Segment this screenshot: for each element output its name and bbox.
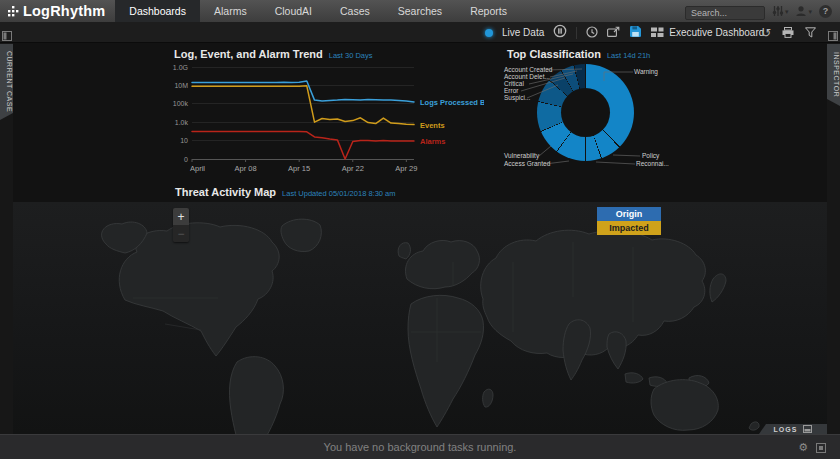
logo-text: LogRhythm [23, 3, 105, 19]
svg-text:April: April [190, 164, 205, 173]
donut-label: Policy [642, 152, 659, 159]
tab-label: Dashboards [129, 5, 186, 17]
donut-label: Warning [634, 68, 658, 75]
tab-label: Alarms [214, 5, 247, 17]
logo-dots-icon [8, 5, 19, 18]
zoom-in-button[interactable]: + [173, 208, 189, 225]
expand-logs-icon [803, 425, 812, 433]
dashboard-toolbar: Live Data [0, 22, 840, 43]
svg-text:Apr 22: Apr 22 [342, 164, 364, 173]
donut-label: Vulnerability [504, 152, 539, 159]
gear-icon[interactable]: ⚙ [798, 442, 808, 453]
save-icon [629, 25, 642, 38]
svg-text:Apr 08: Apr 08 [235, 164, 257, 173]
svg-text:Apr 29: Apr 29 [395, 164, 417, 173]
donut-label: Reconnai... [636, 160, 669, 167]
share-icon [607, 26, 620, 38]
tab-label: Cases [340, 5, 370, 17]
donut-label: Account Created [504, 66, 552, 73]
map-zoom-control: + − [173, 208, 189, 242]
filter-funnel-icon [805, 27, 816, 38]
top-nav: LogRhythm Dashboards Alarms CloudAI Case… [0, 0, 840, 22]
svg-text:Logs Processed By DPs: Logs Processed By DPs [420, 98, 484, 107]
map-title: Threat Activity Map [175, 186, 276, 198]
svg-text:10: 10 [180, 137, 188, 144]
donut-label: Suspici... [504, 94, 530, 101]
donut-label: Account Delet... [504, 73, 550, 80]
logs-tab[interactable]: LOGS [759, 424, 827, 434]
main-tabs: Dashboards Alarms CloudAI Cases Searches… [115, 0, 521, 22]
inspector-tab[interactable]: INSPECTOR [827, 44, 840, 106]
user-icon [795, 5, 807, 17]
classification-panel: Top Classification Last 14d 21h Account … [503, 48, 683, 180]
status-icons: ⚙ [798, 435, 826, 459]
printer-icon [782, 27, 794, 38]
svg-text:1.0k: 1.0k [175, 119, 189, 126]
legend-origin-button[interactable]: Origin [597, 207, 661, 221]
user-menu[interactable]: ▾ [795, 5, 812, 17]
toolbar-divider [576, 27, 577, 39]
tab-label: Reports [470, 5, 507, 17]
live-data-indicator [485, 29, 493, 37]
clock-icon [586, 26, 598, 38]
logrhythm-logo: LogRhythm [0, 0, 115, 22]
tab-dashboards[interactable]: Dashboards [115, 0, 200, 22]
live-data-label: Live Data [502, 27, 544, 38]
toolbar-right: ↺ [761, 22, 816, 43]
tab-cases[interactable]: Cases [326, 0, 384, 22]
zoom-out-button[interactable]: − [173, 225, 189, 242]
threat-map-panel: Threat Activity Map Last Updated 05/01/2… [13, 186, 827, 434]
dashboard-name: Executive Dashboard [669, 27, 764, 38]
legend-impacted-button[interactable]: Impacted [597, 221, 661, 235]
donut-label: Error [504, 87, 518, 94]
help-icon[interactable]: ? [819, 5, 832, 18]
filter-button[interactable] [805, 24, 816, 42]
panel-toggle-icon[interactable] [816, 443, 826, 453]
donut-label: Critical [504, 80, 524, 87]
trend-panel: Log, Event, and Alarm Trend Last 30 Days… [162, 48, 484, 180]
svg-text:10M: 10M [174, 82, 188, 89]
svg-text:0: 0 [184, 156, 188, 163]
tab-searches[interactable]: Searches [384, 0, 456, 22]
dashboard-selector[interactable]: Executive Dashboard [651, 27, 764, 38]
history-button[interactable] [586, 24, 598, 42]
share-button[interactable] [607, 24, 620, 42]
toolbar-center: Live Data [485, 22, 764, 43]
right-edge-strip: INSPECTOR [827, 43, 840, 434]
svg-text:1.0G: 1.0G [173, 64, 188, 71]
trend-chart[interactable]: 0101.0k100k10M1.0GAprilApr 08Apr 15Apr 2… [162, 63, 484, 178]
pause-button[interactable] [553, 24, 567, 42]
map-area[interactable]: + − Origin Impacted [13, 202, 827, 434]
search-box [685, 2, 765, 20]
tab-cloudai[interactable]: CloudAI [261, 0, 326, 22]
app-window: LogRhythm Dashboards Alarms CloudAI Case… [0, 0, 840, 459]
tab-alarms[interactable]: Alarms [200, 0, 261, 22]
trend-subtitle: Last 30 Days [329, 51, 373, 60]
preferences-menu[interactable]: ▾ [772, 5, 789, 17]
current-case-tab[interactable]: CURRENT CASE [0, 44, 13, 120]
svg-text:Events: Events [420, 121, 445, 130]
logs-tab-label: LOGS [774, 426, 798, 433]
status-message: You have no background tasks running. [324, 441, 517, 453]
save-button[interactable] [629, 24, 642, 42]
topnav-right: ▾ ▾ ? [685, 0, 840, 22]
tab-label: Searches [398, 5, 442, 17]
status-bar: You have no background tasks running. ⚙ [0, 434, 840, 459]
pause-icon [553, 24, 567, 38]
tab-reports[interactable]: Reports [456, 0, 521, 22]
svg-text:100k: 100k [173, 100, 189, 107]
trend-title: Log, Event, and Alarm Trend [174, 48, 323, 60]
map-legend: Origin Impacted [597, 207, 661, 235]
undo-icon[interactable]: ↺ [761, 27, 771, 39]
donut-label: Access Granted [504, 160, 550, 167]
map-subtitle: Last Updated 05/01/2018 8:30 am [282, 189, 395, 198]
print-button[interactable] [782, 24, 794, 42]
left-edge-strip: CURRENT CASE [0, 43, 13, 434]
search-input[interactable] [685, 6, 765, 20]
world-map[interactable] [13, 202, 827, 434]
sliders-icon [772, 5, 784, 17]
chevron-down-icon: ▾ [808, 8, 812, 15]
dashboard-grid-icon [651, 27, 664, 38]
svg-text:Alarms: Alarms [420, 137, 445, 146]
tab-label: CloudAI [275, 5, 312, 17]
